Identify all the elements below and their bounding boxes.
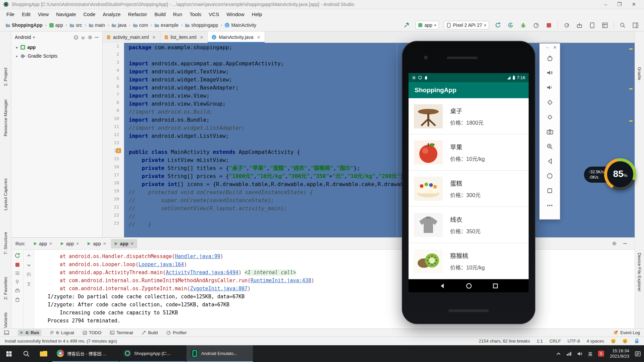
locate-file-icon[interactable] (73, 35, 78, 40)
memory-usage-ball[interactable]: 85% (604, 158, 636, 190)
network-icon[interactable] (567, 352, 572, 356)
project-view-select[interactable]: Android (15, 35, 31, 40)
close-tab-icon[interactable]: ✕ (103, 241, 106, 246)
maximize-button[interactable]: ❐ (617, 1, 622, 7)
close-button[interactable]: ✕ (632, 1, 636, 7)
tool-window-switcher-icon[interactable] (4, 330, 9, 335)
list-item-sweater[interactable]: 线衣 价格：350元 (409, 207, 529, 243)
tool-button-project[interactable]: 1: Project (3, 68, 8, 86)
breadcrumb-shoppingapp[interactable]: shoppingapp (184, 22, 219, 28)
breadcrumb-example[interactable]: example (154, 22, 179, 28)
settings-icon[interactable] (88, 35, 93, 40)
close-tab-icon[interactable]: ✕ (76, 241, 79, 246)
print-icon[interactable] (15, 289, 20, 293)
menu-refactor[interactable]: Refactor (124, 10, 151, 18)
line-separator-select[interactable]: CRLF (549, 339, 561, 344)
list-item-apple[interactable]: 苹果 价格：10元/kg (409, 134, 529, 171)
menu-run[interactable]: Run (169, 10, 186, 18)
soft-wrap-icon[interactable] (26, 273, 31, 276)
stack-trace-link[interactable]: Looper.java:164 (139, 261, 184, 267)
search-everywhere-icon[interactable] (619, 21, 627, 29)
warning-stripe-mark[interactable] (629, 120, 633, 122)
tab-mainactivity-java[interactable]: C MainActivity.java ✕ (208, 32, 265, 43)
warning-stripe-mark[interactable] (629, 88, 633, 89)
debug-icon[interactable] (519, 21, 527, 29)
start-button[interactable] (0, 345, 17, 362)
menu-tools[interactable]: Tools (186, 10, 205, 18)
nav-home-icon[interactable] (466, 283, 472, 289)
highlighting-level-icon[interactable] (634, 339, 639, 344)
volume-down-icon[interactable] (544, 80, 556, 95)
input-language-indicator[interactable]: 英 (588, 351, 592, 357)
run-tab-3[interactable]: app ✕ (84, 239, 109, 248)
close-tab-icon[interactable]: ✕ (152, 35, 156, 40)
list-item-cake[interactable]: 蛋糕 价格：300元 (409, 171, 529, 207)
list-item-kiwi[interactable]: 猕猴桃 价格：10元/kg (409, 243, 529, 279)
rotate-left-icon[interactable] (544, 95, 556, 110)
tool-button-device-file-explorer[interactable]: Device File Explorer (637, 253, 642, 292)
minimize-button[interactable]: – (604, 1, 607, 7)
tree-item-app[interactable]: ▸ app (11, 43, 102, 52)
pin-icon[interactable] (15, 280, 19, 284)
emu-back-icon[interactable] (544, 154, 556, 169)
emulator-window[interactable]: 7:16 ShoppingApp 桌子 价格：1800元 (402, 41, 535, 324)
stack-trace-link[interactable]: ActivityThread.java:6494 (166, 269, 238, 276)
menu-navigate[interactable]: Navigate (52, 10, 79, 18)
run-tab-4[interactable]: app ✕ (111, 239, 137, 248)
caret-position[interactable]: 1:1 (537, 339, 543, 344)
screenshot-camera-icon[interactable] (544, 124, 556, 139)
status-message[interactable]: Install successfully finished in 4 s 499… (5, 339, 117, 344)
apply-code-changes-icon[interactable] (506, 21, 515, 29)
build-hammer-icon[interactable] (402, 21, 411, 29)
close-tab-icon[interactable]: ✕ (49, 241, 52, 246)
close-tab-icon[interactable]: ✕ (130, 241, 134, 246)
power-button-icon[interactable] (544, 51, 556, 65)
tree-item-gradle-scripts[interactable]: ▸ Gradle Scripts (11, 52, 102, 60)
rotate-right-icon[interactable] (544, 110, 556, 124)
breadcrumb-app[interactable]: app (48, 22, 64, 28)
sad-feedback-icon[interactable] (623, 339, 628, 344)
breadcrumb-java[interactable]: java (111, 22, 127, 28)
up-stack-icon[interactable] (27, 254, 31, 258)
action-center-icon[interactable] (635, 351, 641, 356)
tool-button-resource-manager[interactable]: Resource Manager (3, 99, 8, 136)
tool-windows-icon[interactable] (631, 21, 639, 29)
menu-build[interactable]: Build (151, 10, 169, 18)
list-item-table[interactable]: 桌子 价格：1800元 (409, 98, 529, 134)
expand-arrow-icon[interactable]: ▸ (16, 45, 18, 50)
volume-up-icon[interactable] (544, 65, 556, 80)
clear-console-icon[interactable] (15, 297, 19, 302)
run-tab-2[interactable]: app ✕ (57, 239, 83, 248)
device-select[interactable]: Pixel 2 API 27 ▾ (444, 21, 489, 29)
menu-analyze[interactable]: Analyze (99, 10, 124, 18)
breadcrumb-mainactivity[interactable]: C MainActivity (224, 22, 257, 28)
tool-button-build[interactable]: Build (142, 330, 158, 335)
folded-frames[interactable]: <1 internal call> (245, 269, 296, 276)
restore-layout-icon[interactable] (15, 271, 20, 275)
zoom-icon[interactable] (544, 139, 556, 154)
scroll-to-end-icon[interactable] (27, 282, 31, 286)
happy-feedback-icon[interactable] (611, 339, 616, 344)
tray-chevron-up-icon[interactable] (556, 352, 561, 355)
layout-inspector-icon[interactable] (601, 21, 609, 29)
tool-button-favorites[interactable]: 2: Favorites (3, 277, 8, 300)
stack-trace-link[interactable]: Handler.java:99 (175, 253, 220, 259)
gutter-class-marker-icon[interactable] (116, 148, 121, 153)
taskbar-app-emulator[interactable]: Android Emulato... (186, 345, 253, 362)
breadcrumb-project[interactable]: ShoppingApp (5, 22, 44, 28)
profiler-icon[interactable] (532, 21, 540, 29)
menu-vcs[interactable]: VCS (205, 10, 223, 18)
sdk-manager-icon[interactable] (575, 21, 583, 29)
ime-app-icon[interactable]: S (598, 351, 604, 357)
run-config-select[interactable]: app ▾ (415, 21, 439, 29)
avd-manager-icon[interactable] (588, 21, 596, 29)
close-tab-icon[interactable]: ✕ (200, 35, 204, 40)
stack-trace-link[interactable]: RuntimeInit.java:438 (251, 278, 311, 284)
tab-list-item-xml[interactable]: list_item.xml ✕ (160, 32, 208, 43)
menu-window[interactable]: Window (223, 10, 248, 18)
tool-button-run[interactable]: 4: Run (18, 329, 41, 336)
warning-stripe-mark[interactable] (629, 48, 633, 50)
breadcrumb-com[interactable]: com (132, 22, 149, 28)
menu-view[interactable]: View (34, 10, 52, 18)
hide-panel-icon[interactable] (623, 241, 627, 246)
